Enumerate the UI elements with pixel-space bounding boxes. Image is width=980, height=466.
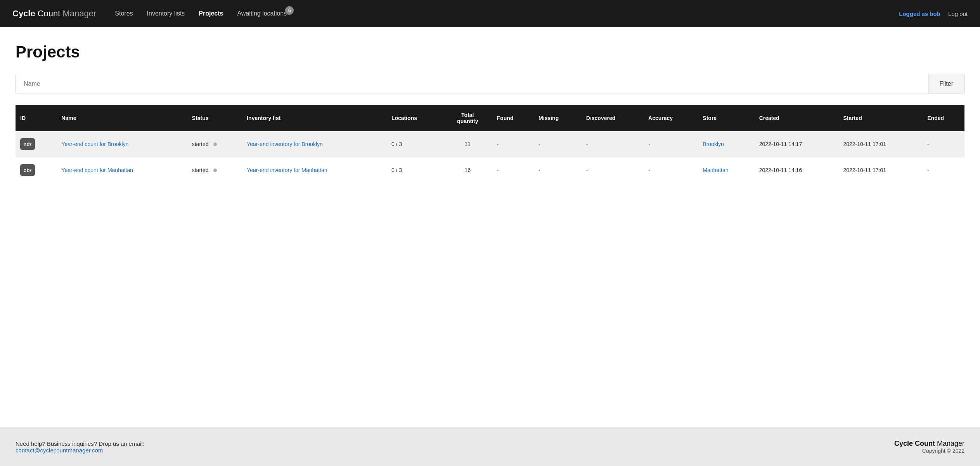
brand-cycle: Cycle [12, 9, 35, 19]
projects-table: ID Name Status Inventory list Locations … [16, 105, 964, 183]
cell-status: started [187, 131, 242, 157]
col-id: ID [16, 105, 57, 131]
cell-started: 2022-10-11 17:01 [838, 131, 923, 157]
col-found: Found [492, 105, 534, 131]
cell-locations: 0 / 3 [387, 157, 443, 183]
col-inventory-list: Inventory list [242, 105, 387, 131]
cell-total-quantity: 11 [443, 131, 492, 157]
col-ended: Ended [923, 105, 964, 131]
page-title: Projects [16, 43, 964, 61]
name-filter-input[interactable] [16, 74, 928, 94]
cell-locations: 0 / 3 [387, 131, 443, 157]
cell-created: 2022-10-11 14:17 [755, 131, 839, 157]
cell-discovered: - [582, 131, 644, 157]
brand-manager: Manager [62, 9, 96, 19]
col-name: Name [57, 105, 187, 131]
status-dot [213, 143, 217, 146]
table-row: nd ▾Year-end count for BrooklynstartedYe… [16, 131, 964, 157]
logged-as-prefix: Logged as [899, 10, 930, 17]
cell-ended: - [923, 131, 964, 157]
navigation: Cycle Count Manager Stores Inventory lis… [0, 0, 980, 27]
cell-id: nd ▾ [16, 131, 57, 157]
col-status: Status [187, 105, 242, 131]
cell-accuracy: - [644, 157, 698, 183]
awaiting-badge: 6 [285, 6, 294, 15]
cell-total-quantity: 16 [443, 157, 492, 183]
cell-created: 2022-10-11 14:16 [755, 157, 839, 183]
cell-accuracy: - [644, 131, 698, 157]
status-label: started [192, 141, 209, 147]
brand-cycle-text: Cycle [12, 9, 35, 18]
nav-projects[interactable]: Projects [199, 10, 223, 17]
footer-left: Need help? Business inquiries? Drop us a… [16, 440, 144, 454]
footer-copyright: Copyright © 2022 [894, 448, 964, 454]
cell-missing: - [534, 131, 582, 157]
logged-as-text: Logged as bob [899, 10, 940, 17]
table-header: ID Name Status Inventory list Locations … [16, 105, 964, 131]
cell-store: Manhattan [698, 157, 754, 183]
inventory-list-link[interactable]: Year-end inventory for Manhattan [247, 167, 327, 173]
avatar-0[interactable]: nd ▾ [20, 138, 35, 150]
cell-id: ob ▾ [16, 157, 57, 183]
logged-as-user: bob [930, 10, 940, 17]
main-content: Projects Filter ID Name Status Inventory… [0, 27, 980, 427]
footer-brand: Cycle Count Manager [894, 440, 964, 448]
footer-brand-manager: Manager [937, 440, 964, 447]
status-dot [213, 169, 217, 172]
nav-inventory-lists[interactable]: Inventory lists [147, 10, 185, 17]
cell-status: started [187, 157, 242, 183]
nav-links: Stores Inventory lists Projects Awaiting… [115, 10, 899, 17]
nav-awaiting-locations[interactable]: Awaiting locations 6 [237, 10, 287, 17]
inventory-list-link[interactable]: Year-end inventory for Brooklyn [247, 141, 323, 147]
cell-name: Year-end count for Brooklyn [57, 131, 187, 157]
brand-logo: Cycle Count Manager [12, 9, 96, 19]
table-body: nd ▾Year-end count for BrooklynstartedYe… [16, 131, 964, 183]
col-locations: Locations [387, 105, 443, 131]
col-discovered: Discovered [582, 105, 644, 131]
store-link[interactable]: Brooklyn [703, 141, 724, 147]
logout-link[interactable]: Log out [948, 10, 968, 17]
cell-missing: - [534, 157, 582, 183]
projects-table-wrap: ID Name Status Inventory list Locations … [16, 105, 964, 183]
cell-inventory-list: Year-end inventory for Manhattan [242, 157, 387, 183]
cell-found: - [492, 157, 534, 183]
col-accuracy: Accuracy [644, 105, 698, 131]
col-created: Created [755, 105, 839, 131]
cell-found: - [492, 131, 534, 157]
col-total-quantity: Totalquantity [443, 105, 492, 131]
cell-store: Brooklyn [698, 131, 754, 157]
cell-inventory-list: Year-end inventory for Brooklyn [242, 131, 387, 157]
col-started: Started [838, 105, 923, 131]
cell-discovered: - [582, 157, 644, 183]
cell-started: 2022-10-11 17:01 [838, 157, 923, 183]
store-link[interactable]: Manhattan [703, 167, 728, 173]
status-label: started [192, 167, 209, 173]
cell-name: Year-end count for Manhattan [57, 157, 187, 183]
project-name-link[interactable]: Year-end count for Brooklyn [61, 141, 128, 147]
filter-button[interactable]: Filter [928, 74, 964, 94]
project-name-link[interactable]: Year-end count for Manhattan [61, 167, 133, 173]
footer-email-link[interactable]: contact@cyclecountmanager.com [16, 447, 103, 454]
col-missing: Missing [534, 105, 582, 131]
footer-right: Cycle Count Manager Copyright © 2022 [894, 440, 964, 454]
col-store: Store [698, 105, 754, 131]
footer-brand-cycle: Cycle Count [894, 440, 935, 447]
footer: Need help? Business inquiries? Drop us a… [0, 427, 980, 466]
footer-help-text: Need help? Business inquiries? Drop us a… [16, 440, 144, 447]
table-row: ob ▾Year-end count for ManhattanstartedY… [16, 157, 964, 183]
nav-right: Logged as bob Log out [899, 10, 968, 17]
brand-count: Count [38, 9, 61, 19]
filter-row: Filter [16, 74, 964, 94]
nav-awaiting-label: Awaiting locations [237, 10, 287, 17]
nav-stores[interactable]: Stores [115, 10, 133, 17]
avatar-1[interactable]: ob ▾ [20, 164, 35, 176]
cell-ended: - [923, 157, 964, 183]
